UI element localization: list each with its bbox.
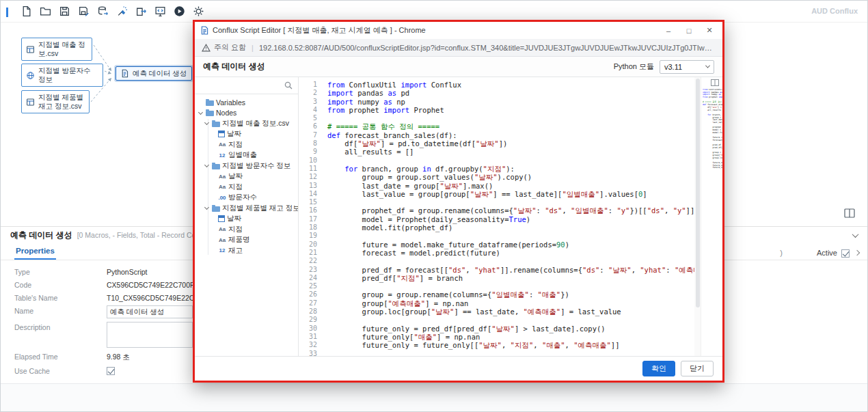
code-line[interactable] <box>327 282 694 290</box>
code-line[interactable] <box>327 198 694 206</box>
tree-field[interactable]: .00방문자수 <box>195 193 298 204</box>
tree-search-input[interactable] <box>195 77 298 94</box>
chevron-down-icon[interactable] <box>204 207 210 209</box>
code-line[interactable]: model = Prophet(daily_seasonality=True) <box>327 215 694 223</box>
tree-folder[interactable]: 지점별 방문자수 정보 <box>195 161 298 171</box>
collapse-panel-icon[interactable] <box>853 233 858 238</box>
flow-node-visitors[interactable]: 지점별 방문자수 정보 <box>21 64 103 87</box>
close-window-button[interactable]: ✕ <box>699 23 720 38</box>
code-line[interactable]: future_only["매출"] = np.nan <box>327 333 694 341</box>
flow-node-sales-csv[interactable]: 지점별 매출 정보.csv <box>21 38 92 61</box>
tree-field[interactable]: Aa지점 <box>195 139 298 150</box>
clean-icon[interactable] <box>116 5 128 18</box>
code-line[interactable] <box>327 257 694 265</box>
code-line[interactable] <box>327 316 694 324</box>
run-icon[interactable] <box>173 5 185 18</box>
tree-field[interactable]: 날짜 <box>195 214 298 225</box>
tree-folder[interactable]: Nodes <box>195 108 298 119</box>
new-file-icon[interactable] <box>20 5 32 18</box>
code-line[interactable]: group.loc[group["날짜"] == last_date, "예측매… <box>703 157 722 160</box>
chevron-down-icon[interactable] <box>204 165 210 167</box>
tree-field[interactable]: Aa제품명 <box>195 235 298 246</box>
code-line[interactable]: # ===== 공통 함수 정의 ===== <box>327 122 694 131</box>
code-line[interactable]: group = group.rename(columns={"일별매출": "매… <box>327 290 694 299</box>
code-line[interactable]: future_only = future_only[["날짜", "지점", "… <box>703 167 722 169</box>
save-icon[interactable] <box>58 5 70 18</box>
tab-properties[interactable]: Properties <box>14 244 56 260</box>
code-line[interactable]: last_value = group[group["날짜"] == last_d… <box>327 190 694 198</box>
code-line[interactable]: last_date = group["날짜"].max() <box>327 182 694 190</box>
save-edit-icon[interactable] <box>77 5 90 18</box>
code-line[interactable] <box>327 156 694 165</box>
tree-field[interactable]: 12재고 <box>195 245 298 256</box>
export-icon[interactable] <box>135 5 147 18</box>
flow-node-forecast-script[interactable]: 예측 데이터 생성 <box>116 66 192 81</box>
tree-folder[interactable]: Variables <box>195 97 298 108</box>
open-folder-icon[interactable] <box>39 5 51 18</box>
close-button[interactable]: 닫기 <box>681 361 714 376</box>
code-line[interactable]: def forecast_branch_sales(df): <box>327 131 694 139</box>
code-line[interactable]: pred_df["지점"] = branch <box>327 274 694 282</box>
code-line[interactable]: model.fit(prophet_df) <box>327 223 694 232</box>
window-titlebar[interactable]: Conflux Script Editor [ 지점별 매출, 재고 시계열 예… <box>195 22 722 39</box>
code-line[interactable]: from ConfluxUtil import Conflux <box>327 81 694 89</box>
code-line[interactable]: for branch, group in df.groupby("지점"): <box>327 165 694 173</box>
minimize-button[interactable]: – <box>658 23 679 38</box>
tree-field[interactable]: 날짜 <box>195 129 298 140</box>
code-line[interactable]: forecast = model.predict(future) <box>703 139 722 142</box>
python-version-select[interactable]: v3.11 <box>660 60 714 74</box>
tree-field[interactable]: Aa지점 <box>195 182 298 193</box>
tree-folder[interactable]: 지점별 매출 정보.csv <box>195 118 298 129</box>
code-line[interactable]: forecast = model.predict(future) <box>327 249 694 257</box>
chevron-down-icon[interactable] <box>198 112 204 114</box>
code-line[interactable]: all_results = [] <box>703 109 722 112</box>
code-editor[interactable]: 1234567891011121314151617181920212223242… <box>299 77 722 356</box>
address-bar[interactable]: 주의 요함 | 192.168.0.52:8087/AUD/500/conflu… <box>195 39 722 57</box>
accent-bar <box>6 8 8 17</box>
data-sync-icon[interactable] <box>96 5 109 18</box>
editor-scrollbar[interactable] <box>694 77 701 356</box>
code-line[interactable]: import numpy as np <box>327 98 694 106</box>
minimap-toggle-icon[interactable] <box>711 79 719 86</box>
confirm-button[interactable]: 확인 <box>642 361 675 376</box>
code-line[interactable]: last_value = group[group["날짜"] == last_d… <box>703 122 722 124</box>
script-monitor-icon[interactable] <box>154 5 166 18</box>
maximize-button[interactable]: □ <box>679 23 699 38</box>
code-line[interactable]: all_results = [] <box>327 148 694 156</box>
code-line[interactable]: group["예측매출"] = np.nan <box>327 299 694 307</box>
property-value-use-cache[interactable] <box>107 367 115 375</box>
split-view-icon[interactable] <box>844 208 855 221</box>
code-line[interactable]: pred_df = forecast[["ds", "yhat"]].renam… <box>327 266 694 274</box>
property-value-name[interactable] <box>107 305 193 318</box>
code-line[interactable]: from prophet import Prophet <box>327 106 694 114</box>
flow-node-inventory-csv[interactable]: 지점별 제품별 재고 정보.csv <box>21 90 90 113</box>
property-value-description[interactable] <box>107 322 193 348</box>
tree-field[interactable]: Aa지점 <box>195 224 298 235</box>
code-line[interactable] <box>327 350 694 357</box>
tree-field[interactable]: Aa날짜 <box>195 171 298 182</box>
code-line[interactable]: model.fit(prophet_df) <box>703 132 722 135</box>
chevron-down-icon[interactable] <box>204 122 210 124</box>
code-line[interactable]: group.loc[group["날짜"] == last_date, "예측매… <box>327 307 694 316</box>
minimap[interactable]: from ConfluxUtil import Confluximport pa… <box>701 89 722 172</box>
code-line[interactable]: pred_df["지점"] = branch <box>703 147 722 150</box>
active-checkbox[interactable] <box>841 249 850 258</box>
tree-field[interactable]: 12일별매출 <box>195 150 298 161</box>
code-line[interactable] <box>327 232 694 240</box>
code-line[interactable]: future = model.make_future_dataframe(per… <box>327 241 694 249</box>
code-line[interactable]: group = group.sort_values("날짜").copy() <box>327 173 694 181</box>
code-line[interactable]: future_only = pred_df[pred_df["날짜"] > la… <box>327 325 694 333</box>
scrollbar-thumb[interactable] <box>696 79 700 307</box>
code-line[interactable]: prophet_df = group.rename(columns={"날짜":… <box>327 206 694 215</box>
code-area[interactable]: from ConfluxUtil import Confluximport pa… <box>323 77 694 356</box>
code-line[interactable]: df["날짜"] = pd.to_datetime(df["날짜"]) <box>327 139 694 148</box>
code-line[interactable] <box>703 169 722 172</box>
code-line[interactable]: future_only = future_only[["날짜", "지점", "… <box>327 341 694 349</box>
tree-folder[interactable]: 지점별 제품별 재고 정보.csv <box>195 203 298 214</box>
line-number: 27 <box>299 299 317 307</box>
settings-gear-icon[interactable] <box>192 5 204 18</box>
code-line[interactable]: from prophet import Prophet <box>703 96 722 99</box>
code-line[interactable]: import pandas as pd <box>327 89 694 97</box>
code-line[interactable] <box>327 114 694 122</box>
expand-right-icon[interactable] <box>855 251 859 255</box>
